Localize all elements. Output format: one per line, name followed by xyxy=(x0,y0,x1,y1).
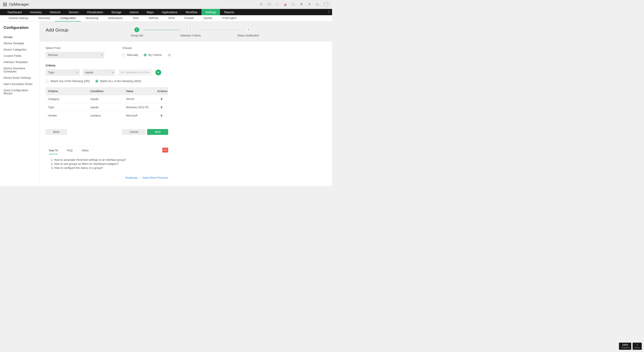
user-avatar[interactable] xyxy=(324,2,329,7)
svg-point-3 xyxy=(326,3,327,4)
nav-network[interactable]: Network xyxy=(46,9,64,15)
step-number: 2 xyxy=(188,27,193,32)
criteria-field-dropdown[interactable]: Type xyxy=(46,69,80,76)
back-button[interactable]: Back xyxy=(46,129,67,135)
chevron-down-icon xyxy=(74,70,80,75)
radio-manually[interactable]: Manually xyxy=(122,54,138,56)
select-from-label: Select From xyxy=(46,46,104,50)
delete-row-button[interactable] xyxy=(155,104,168,112)
help-item[interactable]: How to use groups as filters for dashboa… xyxy=(54,162,164,166)
next-button[interactable]: Next xyxy=(147,129,168,135)
roadmap-link[interactable]: Roadmap xyxy=(126,176,138,179)
need-more-features-link[interactable]: Need More Features xyxy=(142,176,168,179)
radio-match-any[interactable]: Match Any of the following (OR) xyxy=(46,80,90,83)
choose-label: Choose xyxy=(122,46,171,50)
help-tab-faq[interactable]: FAQ xyxy=(67,149,72,154)
nav-workflow[interactable]: Workflow xyxy=(182,9,202,15)
sidebar-item-groups[interactable]: Groups xyxy=(4,34,36,40)
presentation-icon[interactable] xyxy=(267,2,271,6)
help-icon[interactable]: ? xyxy=(168,54,171,56)
nav-servers[interactable]: Servers xyxy=(64,9,83,15)
step-group-info[interactable]: 1 Group Info xyxy=(130,27,143,37)
headset-icon[interactable] xyxy=(275,2,279,6)
help-panel: How To FAQ Video How to associate thresh… xyxy=(46,146,168,170)
radio-label: Match ALL of the following (AND) xyxy=(100,80,141,83)
step-selection-criteria[interactable]: 2 Selection Criteria xyxy=(180,27,200,37)
search-icon[interactable] xyxy=(291,2,296,6)
sidebar-item-device-downtime-schedules[interactable]: Device Downtime Schedules xyxy=(4,65,36,75)
sidebar-item-interface-templates[interactable]: Interface Templates xyxy=(4,59,36,65)
nav-settings[interactable]: Settings xyxy=(202,9,220,15)
subnav-netflow[interactable]: NetFlow xyxy=(144,15,164,22)
criteria-field-value: Type xyxy=(48,71,54,74)
select-from-dropdown[interactable]: Devices xyxy=(46,52,104,58)
td-condition: equals xyxy=(88,95,124,103)
plug-icon[interactable] xyxy=(308,2,312,6)
nav-inventory[interactable]: Inventory xyxy=(26,9,46,15)
subnav-general-settings[interactable]: General Settings xyxy=(4,15,33,22)
nav-alarms[interactable]: Alarms xyxy=(126,9,142,15)
add-criteria-button[interactable]: + xyxy=(156,70,161,75)
cancel-button[interactable]: Cancel xyxy=(122,129,146,135)
sidebar-item-quick-configuration-wizard[interactable]: Quick Configuration Wizard xyxy=(4,87,36,96)
td-value: Windows 2012 R2 xyxy=(124,104,155,112)
subnav-firewall[interactable]: Firewall xyxy=(179,15,198,22)
delete-row-button[interactable] xyxy=(155,95,168,103)
sidebar-item-custom-fields[interactable]: Custom Fields xyxy=(4,53,36,59)
subnav-tools[interactable]: Tools xyxy=(128,15,144,22)
radio-by-criteria[interactable]: By Criteria xyxy=(144,54,162,56)
apps-grid-icon[interactable] xyxy=(3,3,7,6)
help-item[interactable]: How to configure the status of a group? xyxy=(54,166,164,170)
nav-reports[interactable]: Reports xyxy=(220,9,238,15)
table-row: Vendor contains Microsoft xyxy=(46,112,168,120)
radio-label: Match Any of the following (OR) xyxy=(50,80,90,83)
nav-storage[interactable]: Storage xyxy=(107,9,126,15)
td-criteria: Vendor xyxy=(46,112,88,120)
help-item[interactable]: How to associate threshold settings to a… xyxy=(54,158,164,162)
subnav-discovery[interactable]: Discovery xyxy=(33,15,55,22)
subnav-ncm[interactable]: NCM xyxy=(164,15,179,22)
gear-icon[interactable] xyxy=(316,2,320,6)
gift-icon[interactable] xyxy=(283,2,287,6)
nav-maps[interactable]: Maps xyxy=(143,9,158,15)
td-value: Server xyxy=(124,95,155,103)
chevron-down-icon xyxy=(99,52,104,58)
select-from-value: Devices xyxy=(48,54,58,56)
collapse-help-button[interactable] xyxy=(162,148,168,152)
subnav-itom-agent[interactable]: ITOM Agent xyxy=(217,15,241,22)
criteria-condition-dropdown[interactable]: equals xyxy=(83,69,115,76)
nav-dashboard[interactable]: Dashboard xyxy=(4,9,26,15)
help-tab-video[interactable]: Video xyxy=(82,149,88,154)
step-number: 3 xyxy=(246,27,251,32)
rocket-icon[interactable] xyxy=(259,2,263,6)
table-row: Category equals Server xyxy=(46,95,168,103)
nav-more-icon[interactable] xyxy=(329,10,330,14)
criteria-condition-value: equals xyxy=(85,71,94,74)
subnav-configuration[interactable]: Configuration xyxy=(55,15,81,22)
bell-icon[interactable] xyxy=(300,2,304,6)
step-connector xyxy=(143,30,180,30)
sidebar-item-device-down-settings[interactable]: Device Down Settings xyxy=(4,75,36,81)
sidebar-item-alarm-escalation-rules[interactable]: Alarm Escalation Rules xyxy=(4,81,36,87)
sidebar-title: Configuration xyxy=(4,26,36,30)
radio-match-all[interactable]: Match ALL of the following (AND) xyxy=(95,80,141,83)
step-label: Selection Criteria xyxy=(180,34,200,37)
sidebar: Configuration Groups Device Template Dev… xyxy=(0,22,40,186)
sidebar-item-device-categories[interactable]: Device Categories xyxy=(4,46,36,53)
step-status-notification[interactable]: 3 Status Notification xyxy=(238,27,259,37)
sidebar-item-device-template[interactable]: Device Template xyxy=(4,40,36,46)
subnav-oputils[interactable]: OpUtils xyxy=(198,15,217,22)
criteria-value-input[interactable] xyxy=(118,69,152,76)
radio-label: By Criteria xyxy=(148,54,162,56)
help-tab-howto[interactable]: How To xyxy=(49,149,58,154)
step-label: Group Info xyxy=(130,34,143,37)
chevron-down-icon xyxy=(110,70,115,75)
td-value: Microsoft xyxy=(124,112,155,120)
subnav-monitoring[interactable]: Monitoring xyxy=(81,15,103,22)
page-title: Add Group xyxy=(46,27,130,33)
th-actions: Actions xyxy=(155,88,168,95)
delete-row-button[interactable] xyxy=(155,112,168,120)
nav-virtualization[interactable]: Virtualization xyxy=(83,9,107,15)
nav-applications[interactable]: Applications xyxy=(158,9,182,15)
subnav-notifications[interactable]: Notifications xyxy=(103,15,128,22)
